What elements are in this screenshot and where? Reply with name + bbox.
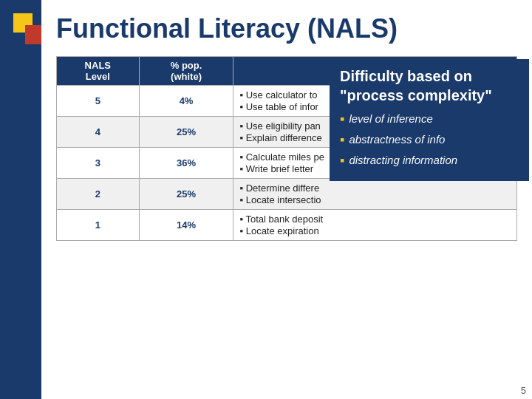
pct-1: 14% xyxy=(139,210,233,241)
diff-item-1: ▪ level of inference xyxy=(340,112,519,127)
table-row: 2 25% ▪ Determine differe ▪ Locate inter… xyxy=(57,179,517,210)
diff-text-3: distracting information xyxy=(349,154,457,166)
pct-3: 36% xyxy=(139,148,233,179)
col-header-level: NALSLevel xyxy=(57,57,140,86)
diff-item-3: ▪ distracting information xyxy=(340,154,519,168)
level-3: 3 xyxy=(57,148,140,179)
content-area: Functional Literacy (NALS) NALSLevel % p… xyxy=(41,0,532,399)
sim-2-line1: ▪ Determine differe xyxy=(239,183,511,194)
diff-text-1: level of inference xyxy=(349,112,432,125)
page-title: Functional Literacy (NALS) xyxy=(56,13,517,44)
sim-1: ▪ Total bank deposit ▪ Locate expiration xyxy=(233,210,517,241)
col-header-pct: % pop.(white) xyxy=(139,57,233,86)
level-2: 2 xyxy=(57,179,140,210)
pct-2: 25% xyxy=(139,179,233,210)
table-row: 1 14% ▪ Total bank deposit ▪ Locate expi… xyxy=(57,210,517,241)
level-1: 1 xyxy=(57,210,140,241)
diff-bullet-1: ▪ xyxy=(340,112,344,127)
page-number: 5 xyxy=(521,385,526,396)
sim-2-line2: ▪ Locate intersectio xyxy=(239,194,511,205)
level-4: 4 xyxy=(57,117,140,148)
difficulty-panel: Difficulty based on"process complexity" … xyxy=(330,59,529,181)
sim-1-line2: ▪ Locate expiration xyxy=(239,225,511,236)
sim-2: ▪ Determine differe ▪ Locate intersectio xyxy=(233,179,517,210)
difficulty-title: Difficulty based on"process complexity" xyxy=(340,66,519,105)
level-5: 5 xyxy=(57,86,140,117)
pct-4: 25% xyxy=(139,117,233,148)
pct-5: 4% xyxy=(139,86,233,117)
diff-bullet-2: ▪ xyxy=(340,133,344,148)
diff-item-2: ▪ abstractness of info xyxy=(340,133,519,148)
sim-1-line1: ▪ Total bank deposit xyxy=(239,214,511,225)
diff-bullet-3: ▪ xyxy=(340,154,344,168)
diff-text-2: abstractness of info xyxy=(349,133,445,146)
